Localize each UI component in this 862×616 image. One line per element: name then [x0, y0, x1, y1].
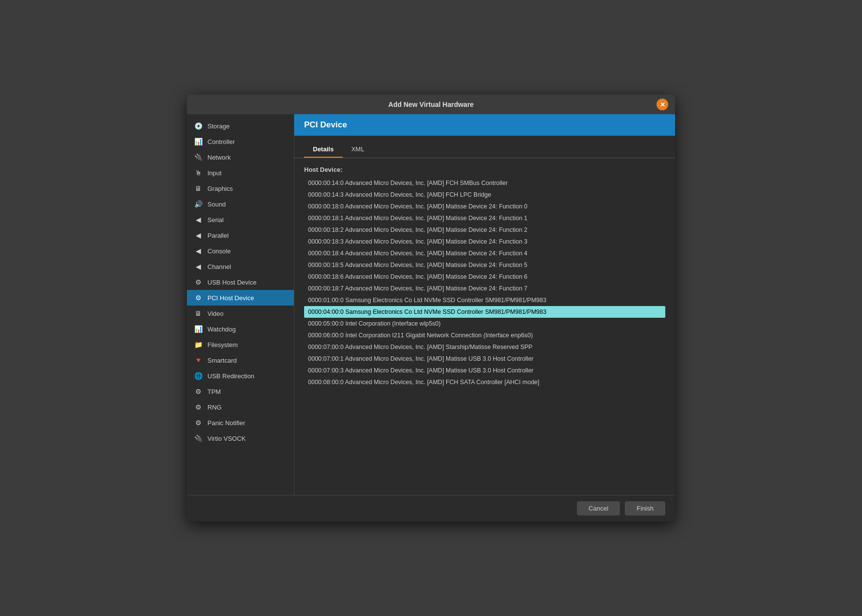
sidebar-label: Parallel — [207, 232, 228, 239]
footer: Cancel Finish — [187, 495, 675, 521]
channel-icon: ◀ — [194, 262, 203, 271]
device-row-dev9[interactable]: 0000:00:18:6 Advanced Micro Devices, Inc… — [304, 271, 665, 283]
sidebar-item-console[interactable]: ◀Console — [187, 243, 294, 259]
controller-icon: 📊 — [194, 137, 203, 146]
sidebar-item-serial[interactable]: ◀Serial — [187, 212, 294, 227]
rng-icon: ⚙ — [194, 403, 203, 411]
device-row-dev18[interactable]: 0000:08:00:0 Advanced Micro Devices, Inc… — [304, 376, 665, 388]
device-row-dev4[interactable]: 0000:00:18:1 Advanced Micro Devices, Inc… — [304, 212, 665, 224]
sidebar-item-network[interactable]: 🔌Network — [187, 149, 294, 165]
sidebar-item-channel[interactable]: ◀Channel — [187, 259, 294, 274]
usb-host-device-icon: ⚙ — [194, 278, 203, 287]
sidebar-label: Sound — [207, 201, 226, 208]
main-panel: PCI Device DetailsXML Host Device: 0000:… — [294, 114, 675, 495]
sidebar-label: USB Host Device — [207, 279, 256, 286]
sidebar: 💿Storage📊Controller🔌Network🖱Input🖥Graphi… — [187, 114, 294, 495]
sidebar-item-parallel[interactable]: ◀Parallel — [187, 227, 294, 243]
sidebar-item-watchdog[interactable]: 📊Watchdog — [187, 321, 294, 337]
sidebar-label: Channel — [207, 263, 231, 270]
sidebar-label: Virtio VSOCK — [207, 435, 246, 442]
tab-xml[interactable]: XML — [343, 142, 373, 158]
panic-notifier-icon: ⚙ — [194, 418, 203, 427]
serial-icon: ◀ — [194, 215, 203, 224]
network-icon: 🔌 — [194, 153, 203, 162]
host-device-label: Host Device: — [304, 166, 665, 173]
sidebar-item-filesystem[interactable]: 📁Filesystem — [187, 337, 294, 352]
usb-redirection-icon: 🌐 — [194, 371, 203, 380]
tpm-icon: ⚙ — [194, 387, 203, 396]
cancel-button[interactable]: Cancel — [577, 501, 620, 515]
section-header: PCI Device — [294, 114, 675, 136]
video-icon: 🖥 — [194, 309, 203, 318]
sidebar-item-sound[interactable]: 🔊Sound — [187, 196, 294, 212]
sidebar-label: Watchdog — [207, 326, 236, 333]
sidebar-label: Panic Notifier — [207, 419, 245, 427]
device-row-dev8[interactable]: 0000:00:18:5 Advanced Micro Devices, Inc… — [304, 259, 665, 271]
sidebar-label: Input — [207, 169, 222, 177]
sidebar-item-virtio-vsock[interactable]: 🔌Virtio VSOCK — [187, 431, 294, 446]
sidebar-item-graphics[interactable]: 🖥Graphics — [187, 181, 294, 196]
tab-details[interactable]: Details — [304, 142, 343, 158]
device-row-dev13[interactable]: 0000:05:00:0 Intel Corporation (Interfac… — [304, 318, 665, 329]
sidebar-label: USB Redirection — [207, 372, 254, 380]
sidebar-label: Serial — [207, 216, 224, 224]
sidebar-item-controller[interactable]: 📊Controller — [187, 134, 294, 149]
input-icon: 🖱 — [194, 168, 203, 177]
sidebar-label: PCI Host Device — [207, 294, 254, 302]
sidebar-item-rng[interactable]: ⚙RNG — [187, 399, 294, 415]
sidebar-item-input[interactable]: 🖱Input — [187, 165, 294, 181]
smartcard-icon: 🔻 — [194, 356, 203, 365]
device-row-dev15[interactable]: 0000:07:00:0 Advanced Micro Devices, Inc… — [304, 341, 665, 353]
watchdog-icon: 📊 — [194, 325, 203, 333]
graphics-icon: 🖥 — [194, 184, 203, 193]
sidebar-item-usb-host-device[interactable]: ⚙USB Host Device — [187, 274, 294, 290]
sidebar-label: Network — [207, 154, 231, 161]
titlebar: Add New Virtual Hardware ✕ — [187, 95, 675, 114]
sidebar-label: Smartcard — [207, 357, 237, 364]
sidebar-label: TPM — [207, 388, 221, 395]
sidebar-label: RNG — [207, 404, 222, 411]
sidebar-label: Controller — [207, 138, 235, 145]
sidebar-label: Video — [207, 310, 224, 317]
device-row-dev2[interactable]: 0000:00:14:3 Advanced Micro Devices, Inc… — [304, 189, 665, 201]
device-row-dev3[interactable]: 0000:00:18:0 Advanced Micro Devices, Inc… — [304, 201, 665, 212]
dialog-title: Add New Virtual Hardware — [389, 101, 474, 108]
sidebar-item-smartcard[interactable]: 🔻Smartcard — [187, 352, 294, 368]
device-list: 0000:00:14:0 Advanced Micro Devices, Inc… — [304, 177, 665, 487]
virtio-vsock-icon: 🔌 — [194, 434, 203, 443]
filesystem-icon: 📁 — [194, 340, 203, 349]
sidebar-label: Storage — [207, 123, 230, 130]
device-row-dev5[interactable]: 0000:00:18:2 Advanced Micro Devices, Inc… — [304, 224, 665, 236]
device-row-dev17[interactable]: 0000:07:00:3 Advanced Micro Devices, Inc… — [304, 365, 665, 376]
device-row-dev1[interactable]: 0000:00:14:0 Advanced Micro Devices, Inc… — [304, 177, 665, 189]
storage-icon: 💿 — [194, 122, 203, 130]
tabs-bar: DetailsXML — [294, 136, 675, 158]
console-icon: ◀ — [194, 246, 203, 255]
sidebar-label: Graphics — [207, 185, 233, 192]
finish-button[interactable]: Finish — [625, 501, 665, 515]
sidebar-item-pci-host-device[interactable]: ⚙PCI Host Device — [187, 290, 294, 306]
sidebar-item-tpm[interactable]: ⚙TPM — [187, 384, 294, 399]
sidebar-item-storage[interactable]: 💿Storage — [187, 118, 294, 134]
details-panel: Host Device: 0000:00:14:0 Advanced Micro… — [294, 158, 675, 495]
device-row-dev12[interactable]: 0000:04:00:0 Samsung Electronics Co Ltd … — [304, 306, 665, 318]
pci-host-device-icon: ⚙ — [194, 293, 203, 302]
device-row-dev10[interactable]: 0000:00:18:7 Advanced Micro Devices, Inc… — [304, 283, 665, 294]
close-button[interactable]: ✕ — [657, 99, 668, 110]
sidebar-item-panic-notifier[interactable]: ⚙Panic Notifier — [187, 415, 294, 431]
device-row-dev16[interactable]: 0000:07:00:1 Advanced Micro Devices, Inc… — [304, 353, 665, 365]
device-row-dev14[interactable]: 0000:06:00:0 Intel Corporation I211 Giga… — [304, 329, 665, 341]
device-row-dev6[interactable]: 0000:00:18:3 Advanced Micro Devices, Inc… — [304, 236, 665, 247]
sidebar-label: Filesystem — [207, 341, 238, 349]
device-row-dev7[interactable]: 0000:00:18:4 Advanced Micro Devices, Inc… — [304, 247, 665, 259]
parallel-icon: ◀ — [194, 231, 203, 240]
add-hardware-dialog: Add New Virtual Hardware ✕ 💿Storage📊Cont… — [187, 95, 675, 521]
sidebar-item-usb-redirection[interactable]: 🌐USB Redirection — [187, 368, 294, 384]
sidebar-label: Console — [207, 247, 231, 255]
device-row-dev11[interactable]: 0000:01:00:0 Samsung Electronics Co Ltd … — [304, 294, 665, 306]
sidebar-item-video[interactable]: 🖥Video — [187, 306, 294, 321]
content-area: 💿Storage📊Controller🔌Network🖱Input🖥Graphi… — [187, 114, 675, 495]
sound-icon: 🔊 — [194, 200, 203, 208]
